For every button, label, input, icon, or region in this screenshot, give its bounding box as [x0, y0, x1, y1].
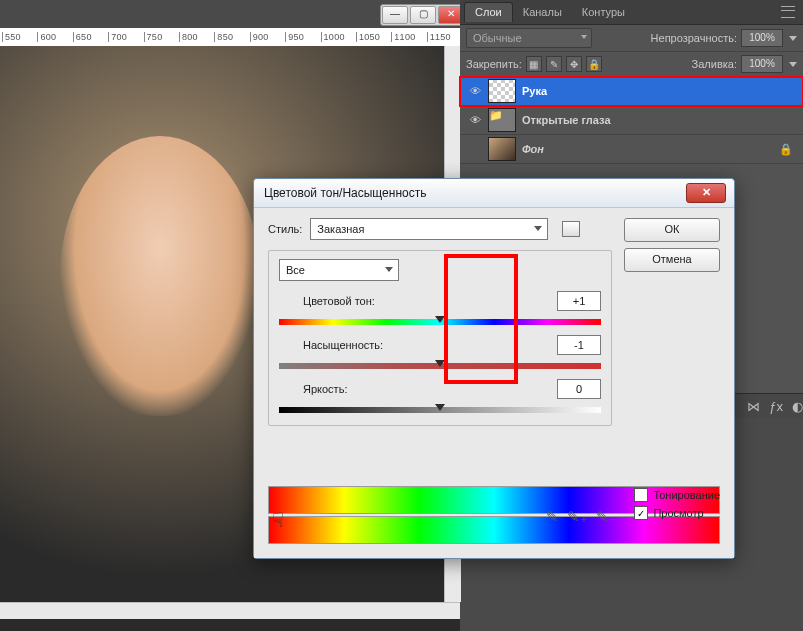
preview-label: Просмотр: [653, 507, 703, 519]
scrubby-hand-icon[interactable]: ☟: [272, 508, 284, 532]
hue-saturation-dialog: Цветовой тон/Насыщенность ✕ Стиль: Заказ…: [253, 178, 735, 559]
minimize-button[interactable]: —: [382, 6, 408, 24]
tab-channels[interactable]: Каналы: [513, 3, 572, 22]
cancel-button[interactable]: Отмена: [624, 248, 720, 272]
lock-position-icon[interactable]: ✥: [566, 56, 582, 72]
layer-row-eyes[interactable]: 👁 📁 Открытые глаза: [460, 106, 803, 135]
layer-thumbnail[interactable]: [488, 137, 516, 161]
colorize-label: Тонирование: [653, 489, 720, 501]
fill-label: Заливка:: [692, 58, 737, 70]
ok-button[interactable]: ОК: [624, 218, 720, 242]
channel-value: Все: [286, 264, 305, 276]
lock-all-icon[interactable]: 🔒: [586, 56, 602, 72]
tab-paths[interactable]: Контуры: [572, 3, 635, 22]
horizontal-ruler: 5506006507007508008509009501000105011001…: [0, 28, 462, 47]
layer-row-background[interactable]: Фон 🔒: [460, 135, 803, 164]
dialog-title: Цветовой тон/Насыщенность: [264, 186, 426, 200]
lock-transparency-icon[interactable]: ▦: [526, 56, 542, 72]
layer-mask-icon[interactable]: ◐: [792, 399, 803, 414]
layer-name[interactable]: Рука: [522, 85, 547, 97]
lock-icon: 🔒: [779, 143, 793, 156]
lightness-label: Яркость:: [279, 383, 557, 395]
layer-row-hand[interactable]: 👁 Рука: [460, 77, 803, 106]
channel-dropdown[interactable]: Все: [279, 259, 399, 281]
saturation-label: Насыщенность:: [279, 339, 557, 351]
visibility-icon[interactable]: 👁: [464, 85, 486, 97]
eyedropper-add-icon[interactable]: ✎₊: [567, 508, 588, 526]
panel-tabs: Слои Каналы Контуры: [460, 0, 803, 25]
saturation-input[interactable]: -1: [557, 335, 601, 355]
horizontal-scrollbar[interactable]: [0, 602, 460, 619]
layer-name[interactable]: Открытые глаза: [522, 114, 611, 126]
dialog-close-button[interactable]: ✕: [686, 183, 726, 203]
lock-label: Закрепить:: [466, 58, 522, 70]
opacity-label: Непрозрачность:: [651, 32, 737, 44]
preview-checkbox[interactable]: ✓Просмотр: [634, 506, 720, 520]
eyedropper-subtract-icon[interactable]: ✎₋: [596, 508, 617, 526]
blend-mode-dropdown[interactable]: Обычные: [466, 28, 592, 48]
dialog-titlebar[interactable]: Цветовой тон/Насыщенность ✕: [254, 179, 734, 208]
window-controls: — ▢ ✕: [380, 4, 466, 26]
visibility-icon[interactable]: 👁: [464, 114, 486, 126]
lightness-slider[interactable]: [279, 403, 601, 413]
maximize-button[interactable]: ▢: [410, 6, 436, 24]
lightness-input[interactable]: 0: [557, 379, 601, 399]
hue-strip-bottom: [268, 516, 720, 544]
colorize-checkbox[interactable]: Тонирование: [634, 488, 720, 502]
link-layers-icon[interactable]: ⋈: [747, 399, 760, 414]
eyedropper-icon[interactable]: ✎: [546, 508, 559, 526]
saturation-slider[interactable]: [279, 359, 601, 369]
panel-menu-icon[interactable]: [781, 6, 795, 18]
lock-pixels-icon[interactable]: ✎: [546, 56, 562, 72]
preset-options-icon[interactable]: [562, 221, 580, 237]
layer-style-icon[interactable]: ƒx: [769, 399, 783, 414]
style-value: Заказная: [317, 223, 364, 235]
folder-thumbnail[interactable]: 📁: [488, 108, 516, 132]
eyedropper-group: ✎ ✎₊ ✎₋: [546, 508, 617, 526]
style-label: Стиль:: [268, 223, 302, 235]
style-dropdown[interactable]: Заказная: [310, 218, 548, 240]
opacity-value[interactable]: 100%: [741, 29, 783, 47]
layer-name[interactable]: Фон: [522, 143, 544, 155]
blend-mode-value: Обычные: [473, 32, 522, 44]
layer-thumbnail[interactable]: [488, 79, 516, 103]
fill-value[interactable]: 100%: [741, 55, 783, 73]
hue-label: Цветовой тон:: [279, 295, 557, 307]
hue-slider[interactable]: [279, 315, 601, 325]
hue-input[interactable]: +1: [557, 291, 601, 311]
tab-layers[interactable]: Слои: [464, 2, 513, 22]
